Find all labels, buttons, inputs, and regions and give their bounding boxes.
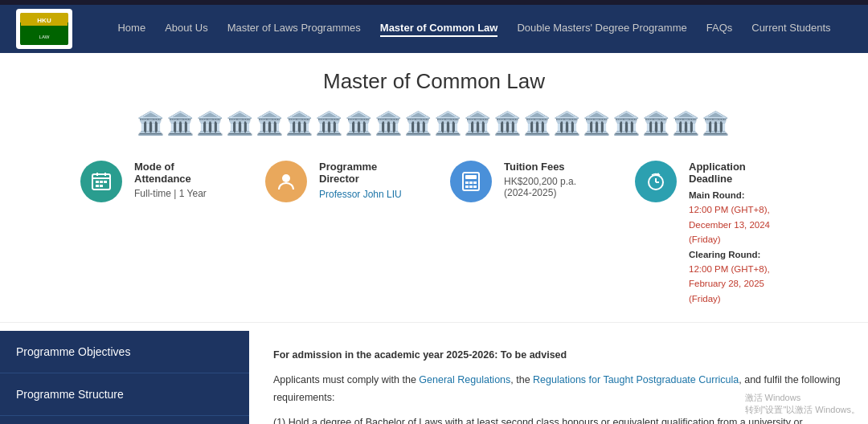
general-regulations-link[interactable]: General Regulations (419, 374, 510, 385)
deadline-details: Main Round: 12:00 PM (GHT+8), December 1… (689, 188, 788, 306)
svg-rect-16 (465, 181, 469, 184)
main-round-label: Main Round: (689, 190, 745, 200)
svg-rect-9 (100, 181, 103, 183)
main-content: Programme Objectives Programme Structure… (0, 331, 868, 424)
content-intro: For admission in the academic year 2025-… (273, 347, 844, 364)
programme-director-card: Programme Director Professor John LIU (265, 161, 418, 306)
svg-point-13 (282, 174, 290, 182)
nav-about[interactable]: About Us (165, 22, 207, 37)
sidebar-item-modules[interactable]: Modules (0, 416, 249, 424)
mode-attendance-card: Mode of Attendance Full-time | 1 Year (80, 161, 233, 306)
svg-rect-8 (96, 181, 99, 183)
sidebar-item-structure[interactable]: Programme Structure (0, 373, 249, 416)
nav-faqs[interactable]: FAQs (706, 22, 733, 37)
calculator-icon (450, 161, 492, 202)
svg-rect-17 (469, 181, 473, 184)
clearing-round-date[interactable]: 12:00 PM (GHT+8), February 28, 2025 (Fri… (689, 264, 770, 304)
svg-rect-20 (469, 186, 473, 188)
svg-rect-12 (100, 185, 103, 187)
svg-text:HKU: HKU (37, 17, 51, 24)
logo-image: HKU LAW (20, 13, 68, 45)
sidebar-item-objectives[interactable]: Programme Objectives (0, 331, 249, 373)
nav-home[interactable]: Home (117, 22, 145, 37)
svg-rect-10 (104, 181, 107, 183)
nav-links: Home About Us Master of Laws Programmes … (96, 22, 852, 37)
deadline-heading: Application Deadline (689, 161, 788, 185)
logo[interactable]: HKU LAW (16, 9, 72, 49)
tuition-value: HK$200,200 p.a. (2024-2025) (504, 176, 603, 198)
nav-bar: HKU LAW Home About Us Master of Laws Pro… (0, 5, 868, 53)
main-round-date[interactable]: 12:00 PM (GHT+8), December 13, 2024 (Fri… (689, 205, 770, 244)
sidebar: Programme Objectives Programme Structure… (0, 331, 249, 424)
mode-heading: Mode of Attendance (134, 161, 233, 185)
taught-pg-link[interactable]: Regulations for Taught Postgraduate Curr… (533, 374, 739, 385)
windows-activation: 激活 Windows转到"设置"以激活 Windows。 (745, 392, 861, 416)
director-link[interactable]: Professor John LIU (319, 189, 402, 200)
calendar-icon (80, 161, 122, 202)
svg-text:LAW: LAW (39, 35, 50, 39)
nav-current[interactable]: Current Students (751, 22, 830, 37)
mode-value: Full-time | 1 Year (134, 188, 233, 199)
clock-icon (635, 161, 677, 202)
svg-rect-18 (473, 181, 477, 184)
pillars-decoration: 🏛️🏛️🏛️🏛️🏛️🏛️🏛️🏛️🏛️🏛️🏛️🏛️🏛️🏛️🏛️🏛️🏛️🏛️🏛️🏛️ (0, 102, 868, 145)
svg-rect-11 (96, 185, 99, 187)
deadline-card: Application Deadline Main Round: 12:00 P… (635, 161, 788, 306)
director-heading: Programme Director (319, 161, 418, 185)
nav-mol[interactable]: Master of Laws Programmes (227, 22, 361, 37)
nav-mcl[interactable]: Master of Common Law (380, 22, 498, 37)
nav-double[interactable]: Double Masters' Degree Programme (517, 22, 686, 37)
svg-rect-15 (465, 175, 477, 179)
svg-rect-19 (465, 186, 469, 188)
clearing-round-label: Clearing Round: (689, 250, 760, 259)
tuition-heading: Tuition Fees (504, 161, 603, 173)
tuition-card: Tuition Fees HK$200,200 p.a. (2024-2025) (450, 161, 603, 306)
person-icon (265, 161, 307, 202)
svg-rect-21 (473, 186, 477, 188)
page-title: Master of Common Law (0, 53, 868, 102)
info-cards: Mode of Attendance Full-time | 1 Year Pr… (0, 145, 868, 323)
